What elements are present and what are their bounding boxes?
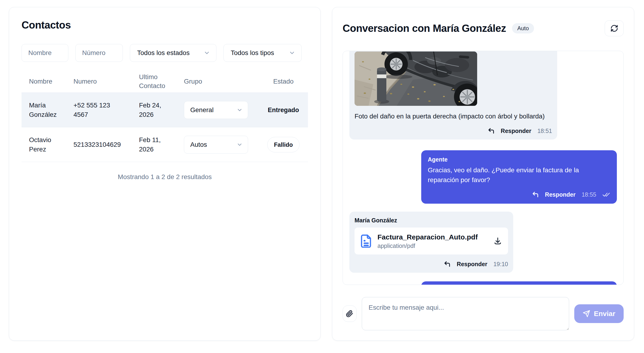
message-composer: Enviar bbox=[342, 297, 624, 330]
chevron-down-icon bbox=[204, 50, 210, 56]
send-button[interactable]: Enviar bbox=[574, 304, 624, 323]
reply-button[interactable]: Responder bbox=[457, 261, 488, 268]
car-damage-photo[interactable] bbox=[354, 52, 477, 106]
message-time: 19:10 bbox=[493, 261, 508, 268]
table-row[interactable]: María González +52 555 123 4567 Feb 24, … bbox=[22, 93, 308, 127]
contacts-filters: Todos los estados Todos los tipos bbox=[22, 44, 308, 62]
group-select-value: Autos bbox=[190, 140, 207, 149]
contact-number: +52 555 123 4567 bbox=[66, 101, 132, 120]
download-button[interactable] bbox=[494, 237, 502, 245]
file-name: Factura_Reparacion_Auto.pdf bbox=[378, 233, 478, 242]
status-badge: Fallido bbox=[267, 137, 300, 152]
send-icon bbox=[583, 310, 590, 318]
status-badge: Entregado bbox=[268, 106, 299, 114]
pdf-document-icon bbox=[360, 234, 372, 248]
message-incoming-file: María González Factura_Reparacion_Auto.p… bbox=[350, 212, 513, 273]
download-icon bbox=[494, 237, 502, 245]
contact-last-contact: Feb 11, 2026 bbox=[132, 135, 176, 154]
contact-last-contact: Feb 24, 2026 bbox=[132, 101, 176, 120]
type-filter-value: Todos los tipos bbox=[231, 49, 274, 57]
group-select[interactable]: Autos bbox=[184, 136, 248, 154]
chevron-down-icon bbox=[289, 50, 295, 56]
chevron-down-icon bbox=[236, 107, 243, 113]
contact-name: María González bbox=[22, 101, 66, 120]
header-numero: Numero bbox=[66, 77, 132, 86]
header-nombre: Nombre bbox=[22, 77, 66, 86]
sender-label: Agente bbox=[428, 156, 610, 163]
status-filter-select[interactable]: Todos los estados bbox=[130, 44, 216, 62]
header-grupo: Grupo bbox=[176, 77, 258, 86]
message-time: 18:51 bbox=[537, 128, 552, 134]
reply-icon bbox=[488, 127, 495, 134]
number-filter-input[interactable] bbox=[75, 44, 123, 62]
file-mime-type: application/pdf bbox=[378, 242, 478, 249]
file-attachment[interactable]: Factura_Reparacion_Auto.pdf application/… bbox=[354, 228, 508, 254]
header-estado: Estado bbox=[258, 77, 308, 86]
contacts-panel: Contactos Todos los estados Todos los ti… bbox=[9, 7, 320, 340]
message-time: 18:55 bbox=[582, 191, 596, 198]
message-text: Gracias, veo el daño. ¿Puede enviar la f… bbox=[428, 165, 609, 185]
reply-button[interactable]: Responder bbox=[501, 128, 532, 134]
table-header-row: Nombre Numero Ultimo Contacto Grupo Esta… bbox=[22, 70, 308, 93]
refresh-icon bbox=[610, 24, 618, 32]
contact-number: 5213323104629 bbox=[66, 140, 132, 149]
contacts-title: Contactos bbox=[22, 19, 308, 31]
conversation-header: Conversacion con María González Auto bbox=[342, 19, 624, 38]
contacts-table: Nombre Numero Ultimo Contacto Grupo Esta… bbox=[22, 70, 308, 162]
attach-button[interactable] bbox=[342, 306, 357, 322]
message-input[interactable] bbox=[362, 297, 569, 330]
message-outgoing-text: Agente Gracias, veo el daño. ¿Puede envi… bbox=[421, 150, 617, 204]
table-row[interactable]: Octavio Perez 5213323104629 Feb 11, 2026… bbox=[22, 127, 308, 162]
message-caption: Foto del daño en la puerta derecha (impa… bbox=[354, 112, 547, 121]
double-check-icon bbox=[602, 192, 610, 197]
contact-name: Octavio Perez bbox=[22, 135, 66, 154]
reply-icon bbox=[532, 191, 539, 198]
send-button-label: Enviar bbox=[594, 310, 616, 318]
name-filter-input[interactable] bbox=[22, 44, 68, 62]
header-ultimo-contacto: Ultimo Contacto bbox=[132, 72, 176, 90]
refresh-button[interactable] bbox=[605, 20, 624, 36]
message-incoming-photo: Foto del daño en la puerta derecha (impa… bbox=[350, 51, 557, 140]
type-filter-select[interactable]: Todos los tipos bbox=[224, 44, 302, 62]
sender-label: María González bbox=[354, 217, 508, 224]
chevron-down-icon bbox=[236, 142, 243, 148]
auto-mode-badge: Auto bbox=[512, 23, 534, 34]
conversation-title: Conversacion con María González bbox=[342, 22, 506, 34]
paperclip-icon bbox=[346, 310, 353, 318]
chat-scroll-area[interactable]: Foto del daño en la puerta derecha (impa… bbox=[342, 51, 624, 285]
results-count: Mostrando 1 a 2 de 2 resultados bbox=[22, 173, 308, 181]
partial-message-bubble bbox=[421, 281, 617, 285]
conversation-panel: Conversacion con María González Auto bbox=[332, 7, 634, 340]
reply-icon bbox=[444, 260, 451, 268]
group-select[interactable]: General bbox=[184, 101, 248, 119]
reply-button[interactable]: Responder bbox=[545, 191, 576, 198]
group-select-value: General bbox=[190, 105, 214, 115]
status-filter-value: Todos los estados bbox=[137, 49, 190, 57]
